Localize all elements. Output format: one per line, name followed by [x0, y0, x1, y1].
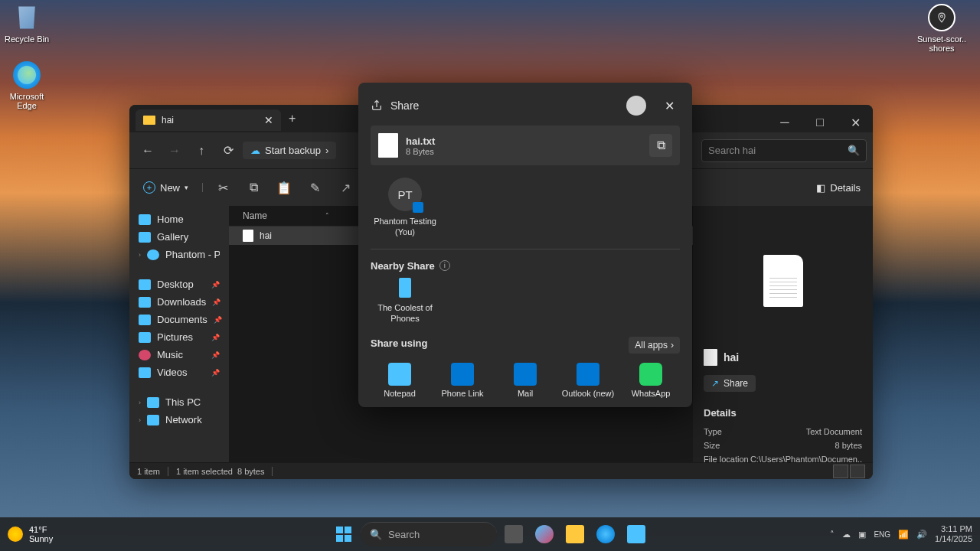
cut-button[interactable]: ✂	[209, 175, 237, 200]
start-button[interactable]	[330, 520, 358, 548]
share-app-outlook[interactable]: Outlook (new)	[559, 363, 617, 398]
sidebar-item-gallery[interactable]: Gallery	[132, 228, 226, 246]
phone-link-icon	[451, 363, 474, 386]
desktop-icon-label: Sunset-scor.. shores	[915, 34, 969, 53]
share-button[interactable]: ↗ Share	[704, 375, 756, 392]
forward-button[interactable]: →	[162, 139, 187, 163]
desktop-recycle-bin[interactable]: Recycle Bin	[0, 4, 54, 44]
wifi-icon[interactable]: 📶	[898, 530, 909, 540]
status-size: 8 bytes	[237, 467, 264, 476]
taskbar-center: 🔍 Search	[330, 520, 650, 548]
volume-icon[interactable]: 🔊	[916, 530, 927, 540]
chevron-right-icon: ›	[139, 416, 141, 424]
refresh-button[interactable]: ⟳	[216, 139, 240, 163]
new-label: New	[160, 182, 180, 194]
navigation-sidebar: Home Gallery ›Phantom - Personal Desktop…	[129, 206, 229, 462]
divider	[371, 249, 680, 249]
tray-app-icon[interactable]: ▣	[858, 530, 866, 540]
copilot-button[interactable]	[531, 520, 558, 548]
language-button[interactable]: ENG	[874, 530, 890, 539]
search-input[interactable]: Search hai 🔍	[701, 139, 867, 162]
all-apps-button[interactable]: All apps ›	[629, 337, 680, 354]
share-dialog: Share ✕ hai.txt 8 Bytes ⧉ PT Phantom Tes…	[358, 83, 692, 407]
back-button[interactable]: ←	[136, 139, 160, 163]
store-button[interactable]	[622, 520, 650, 548]
start-backup-button[interactable]: ☁ Start backup ›	[243, 142, 336, 159]
share-contact-self[interactable]: PT Phantom Testing (You)	[371, 178, 439, 238]
sidebar-item-label: Gallery	[157, 231, 188, 243]
explorer-tab[interactable]: hai ✕	[136, 109, 281, 131]
search-placeholder: Search	[388, 529, 420, 540]
share-apps-list: Notepad Phone Link Mail Outlook (new) Wh…	[371, 363, 680, 398]
explorer-button[interactable]	[561, 520, 589, 548]
up-button[interactable]: ↑	[189, 139, 214, 163]
chevron-down-icon: ▾	[185, 184, 188, 191]
onedrive-icon[interactable]: ☁	[842, 530, 851, 540]
tray-overflow-button[interactable]: ˄	[830, 530, 835, 540]
share-button[interactable]: ↗	[332, 175, 359, 200]
desktop-icon	[139, 279, 151, 290]
share-app-whatsapp[interactable]: WhatsApp	[622, 363, 680, 398]
sidebar-item-downloads[interactable]: Downloads📌	[132, 293, 226, 311]
chevron-right-icon: ›	[671, 340, 674, 350]
share-app-notepad[interactable]: Notepad	[371, 363, 429, 398]
account-avatar[interactable]	[626, 96, 646, 116]
window-controls: ─ □ ✕	[767, 111, 873, 134]
info-icon[interactable]: i	[439, 260, 450, 271]
close-button[interactable]: ✕	[838, 111, 873, 134]
document-icon	[763, 255, 803, 307]
sidebar-item-thispc[interactable]: ›This PC	[132, 393, 226, 411]
copy-button[interactable]: ⧉	[240, 175, 267, 200]
desktop-sunset[interactable]: Sunset-scor.. shores	[915, 4, 969, 53]
all-apps-label: All apps	[635, 340, 668, 350]
minimize-button[interactable]: ─	[767, 111, 802, 134]
home-icon	[139, 214, 151, 225]
desktop-edge[interactable]: Microsoft Edge	[0, 61, 54, 110]
details-toggle[interactable]: ◧ Details	[810, 179, 867, 197]
share-using-header: Share using	[371, 337, 427, 349]
edge-icon	[13, 61, 41, 89]
sidebar-item-desktop[interactable]: Desktop📌	[132, 276, 226, 293]
close-button[interactable]: ✕	[658, 95, 680, 116]
share-app-mail[interactable]: Mail	[496, 363, 554, 398]
maximize-button[interactable]: □	[802, 111, 838, 134]
sidebar-item-pictures[interactable]: Pictures📌	[132, 328, 226, 346]
clock[interactable]: 3:11 PM 1/14/2025	[935, 524, 972, 544]
edge-button[interactable]	[592, 520, 619, 548]
text-file-icon	[243, 230, 253, 242]
device-name: The Coolest of Phones	[371, 302, 439, 324]
gallery-icon	[139, 232, 151, 243]
tab-close-button[interactable]: ✕	[264, 114, 273, 126]
sidebar-item-videos[interactable]: Videos📌	[132, 364, 226, 381]
sidebar-item-network[interactable]: ›Network	[132, 411, 226, 429]
sidebar-item-home[interactable]: Home	[132, 210, 226, 228]
system-tray: ˄ ☁ ▣ ENG 📶 🔊 3:11 PM 1/14/2025	[830, 524, 972, 544]
details-header: Details	[704, 407, 862, 419]
view-details-button[interactable]	[833, 465, 848, 478]
copy-button[interactable]: ⧉	[649, 134, 672, 157]
share-label: Share	[724, 378, 748, 389]
view-icons-button[interactable]	[850, 465, 865, 478]
weather-widget[interactable]: 41°F Sunny	[8, 525, 53, 543]
taskbar-search[interactable]: 🔍 Search	[361, 522, 497, 546]
nearby-device[interactable]: The Coolest of Phones	[371, 278, 439, 324]
sidebar-item-documents[interactable]: Documents📌	[132, 311, 226, 328]
new-tab-button[interactable]: +	[289, 112, 296, 126]
task-view-button[interactable]	[500, 520, 528, 548]
sun-icon	[8, 527, 23, 542]
rename-button[interactable]: ✎	[301, 175, 328, 200]
cloud-icon: ☁	[250, 145, 260, 156]
sidebar-item-music[interactable]: Music📌	[132, 346, 226, 364]
share-file-size: 8 Bytes	[406, 147, 435, 156]
new-button[interactable]: + New ▾	[136, 178, 196, 197]
share-app-phonelink[interactable]: Phone Link	[433, 363, 492, 398]
app-label: Notepad	[384, 389, 416, 398]
detail-size: Size8 bytes	[704, 439, 862, 452]
documents-icon	[139, 315, 151, 325]
sidebar-item-label: Network	[165, 414, 202, 425]
sidebar-item-phantom[interactable]: ›Phantom - Personal	[132, 246, 226, 263]
paste-button[interactable]: 📋	[270, 175, 298, 200]
user-icon	[147, 249, 159, 260]
share-dialog-title: Share	[390, 99, 619, 112]
contact-name: Phantom Testing (You)	[371, 216, 439, 238]
